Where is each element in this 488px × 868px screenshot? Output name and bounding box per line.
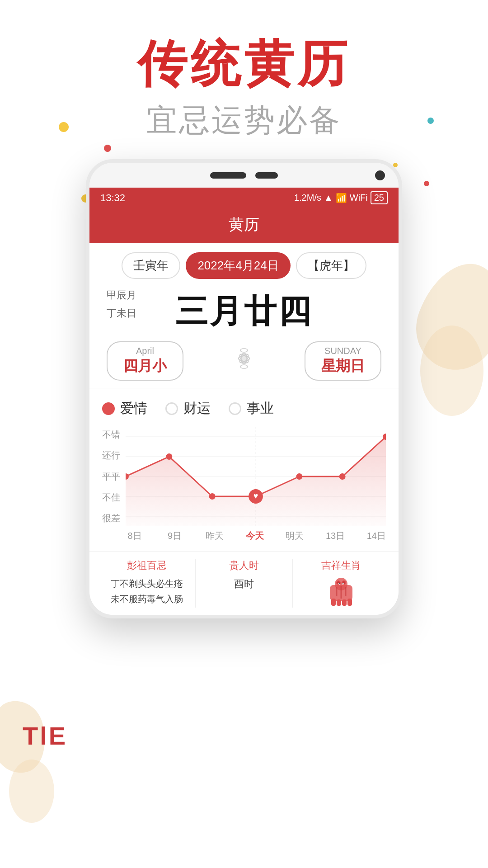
- legend-row: 爱情 财运 事业: [102, 399, 386, 418]
- x-label-5: 13日: [326, 530, 345, 542]
- y-label-4: 很差: [102, 512, 120, 524]
- chart-container: ♥ 8日 9日 昨天 今天 明天 13日 14日: [126, 427, 386, 542]
- lunar-side-col: 甲辰月 丁未日: [107, 286, 143, 322]
- svg-point-26: [343, 583, 343, 584]
- tiger-icon: [300, 576, 382, 608]
- x-label-0: 8日: [126, 530, 144, 542]
- lunar-info-row: 甲辰月 丁未日 三月廿四: [102, 286, 386, 337]
- phone-speaker-small: [255, 172, 278, 179]
- tle-text: TlE: [23, 722, 67, 750]
- fortune-chart: ♥: [126, 427, 386, 526]
- legend-love-label: 爱情: [120, 399, 147, 418]
- svg-rect-30: [347, 599, 352, 606]
- legend-dot-career: [229, 402, 241, 415]
- tiger-svg: [323, 576, 359, 608]
- header-area: 传统黄历 宜忌运势必备: [0, 0, 488, 141]
- legend-career-label: 事业: [247, 399, 274, 418]
- y-label-2: 平平: [102, 471, 120, 483]
- data-point-2: [209, 493, 216, 500]
- lunar-month: 甲辰月: [107, 286, 136, 304]
- guiren-content: 酉时: [203, 576, 285, 592]
- wifi-icon: WiFi: [350, 193, 368, 203]
- phone-mockup: 13:32 1.2M/s ▲ 📶 WiFi 25 黄历 壬寅年 2022年4月2…: [86, 159, 402, 618]
- svg-point-6: [240, 365, 248, 368]
- signal-icon: ▲: [324, 193, 333, 203]
- guiren-title: 贵人时: [203, 559, 285, 572]
- calendar-section: 壬寅年 2022年4月24日 【虎年】 甲辰月 丁未日 三月廿四 April: [89, 243, 399, 388]
- sub-title: 宜忌运势必备: [0, 100, 488, 141]
- legend-dot-love: [102, 402, 115, 415]
- y-label-0: 不错: [102, 429, 120, 441]
- bottom-col-guiren: 贵人时 酉时: [196, 559, 293, 608]
- network-speed: 1.2M/s: [294, 193, 321, 203]
- year-pill[interactable]: 壬寅年: [122, 252, 180, 279]
- weekday-en-label: SUNDAY: [318, 346, 368, 356]
- legend-dot-wealth: [165, 402, 178, 415]
- lunar-big-date: 三月廿四: [143, 290, 345, 333]
- y-label-1: 还行: [102, 449, 120, 462]
- x-label-1: 9日: [166, 530, 184, 542]
- app-header: 黄历: [89, 208, 399, 243]
- main-title: 传统黄历: [0, 36, 488, 91]
- phone-speaker: [210, 172, 246, 179]
- weekday-cn-label: 星期日: [321, 358, 365, 374]
- x-label-4: 明天: [286, 530, 304, 542]
- bottom-info: 彭祖百忌 丁不剃头头必生疮未不服药毒气入肠 贵人时 酉时 吉祥生肖: [89, 551, 399, 615]
- lunar-day-label: 丁未日: [107, 304, 136, 322]
- month-en-label: April: [120, 346, 170, 356]
- x-label-6: 14日: [367, 530, 386, 542]
- phone-mockup-container: 13:32 1.2M/s ▲ 📶 WiFi 25 黄历 壬寅年 2022年4月2…: [86, 159, 402, 618]
- shengxiao-title: 吉祥生肖: [300, 559, 382, 572]
- zodiac-pill[interactable]: 【虎年】: [296, 252, 366, 279]
- weekday-pill[interactable]: SUNDAY 星期日: [305, 341, 381, 381]
- data-point-1: [166, 453, 172, 460]
- month-pill[interactable]: April 四月小: [107, 341, 183, 381]
- legend-love[interactable]: 爱情: [102, 399, 147, 418]
- month-week-row: April 四月小 SUNDAY: [102, 341, 386, 381]
- pengzu-content: 丁不剃头头必生疮未不服药毒气入肠: [106, 576, 188, 607]
- status-bar: 13:32 1.2M/s ▲ 📶 WiFi 25: [89, 188, 399, 208]
- fortune-section: 爱情 财运 事业 不错 还行 平平 不佳 很差: [89, 388, 399, 551]
- svg-point-25: [339, 583, 340, 584]
- x-label-today: 今天: [246, 530, 264, 542]
- x-label-2: 昨天: [206, 530, 224, 542]
- svg-rect-27: [331, 599, 336, 606]
- status-time: 13:32: [100, 192, 125, 204]
- tle-label: TlE: [23, 721, 67, 750]
- date-pill[interactable]: 2022年4月24日: [186, 252, 290, 279]
- legend-wealth-label: 财运: [183, 399, 211, 418]
- bottom-col-pengzu: 彭祖百忌 丁不剃头头必生疮未不服药毒气入肠: [99, 559, 196, 608]
- phone-notch: [89, 163, 399, 188]
- lunar-center: 三月廿四: [143, 286, 345, 337]
- legend-career[interactable]: 事业: [229, 399, 274, 418]
- data-point-4: [296, 473, 302, 480]
- signal-bars: 📶: [336, 193, 347, 203]
- x-labels: 8日 9日 昨天 今天 明天 13日 14日: [126, 530, 386, 542]
- svg-rect-28: [337, 599, 341, 606]
- svg-point-4: [241, 356, 247, 361]
- app-title: 黄历: [229, 216, 259, 233]
- data-point-5: [339, 473, 346, 480]
- svg-rect-29: [342, 599, 347, 606]
- pengzu-title: 彭祖百忌: [106, 559, 188, 572]
- date-nav-row: 壬寅年 2022年4月24日 【虎年】: [102, 252, 386, 279]
- phone-camera: [375, 170, 385, 180]
- status-right: 1.2M/s ▲ 📶 WiFi 25: [294, 191, 388, 204]
- heart-icon: ♥: [253, 491, 258, 500]
- legend-wealth[interactable]: 财运: [165, 399, 211, 418]
- y-label-3: 不佳: [102, 491, 120, 504]
- flower-icon: [226, 345, 262, 377]
- battery-icon: 25: [371, 191, 388, 204]
- month-cn-label: 四月小: [123, 358, 167, 374]
- svg-point-5: [240, 349, 248, 352]
- bottom-col-shengxiao: 吉祥生肖: [293, 559, 389, 608]
